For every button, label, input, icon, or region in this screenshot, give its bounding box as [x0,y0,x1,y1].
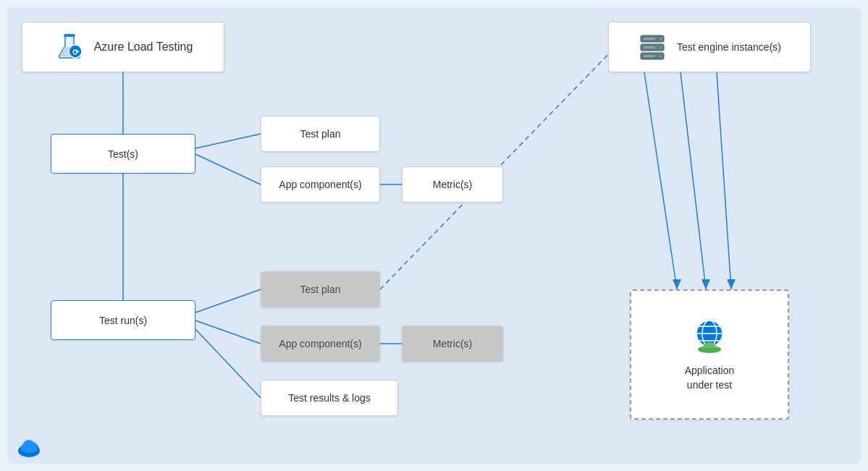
metrics-bottom-box: Metric(s) [402,326,503,362]
app-under-test-label: Applicationunder test [685,364,735,392]
test-plan-top-box: Test plan [261,116,380,152]
svg-point-22 [660,38,662,41]
metrics-top-label: Metric(s) [433,179,472,190]
svg-text:⟳: ⟳ [72,48,79,56]
metrics-bottom-label: Metric(s) [433,338,472,349]
app-component-top-label: App component(s) [279,179,361,190]
svg-rect-26 [644,46,655,48]
test-results-box: Test results & logs [261,380,398,416]
test-engine-icon [638,33,667,61]
azure-load-testing-icon: ⟳ [54,31,85,63]
test-engine-box: Test engine instance(s) [608,22,811,72]
svg-point-40 [28,442,38,452]
app-under-test-content: Applicationunder test [630,289,789,420]
test-engine-label: Test engine instance(s) [677,41,781,53]
azure-load-testing-label: Azure Load Testing [94,41,193,54]
svg-point-24 [660,55,662,58]
app-component-bottom-label: App component(s) [279,338,361,349]
test-plan-bottom-label: Test plan [300,284,340,295]
test-runs-label: Test run(s) [99,315,147,326]
test-plan-bottom-box: Test plan [261,271,380,307]
app-component-bottom-box: App component(s) [261,326,380,362]
svg-point-23 [660,46,662,49]
svg-rect-25 [644,38,655,40]
cloud-icon [16,438,42,458]
test-results-label: Test results & logs [288,392,371,404]
tests-label: Test(s) [108,148,138,160]
application-under-test-icon [689,316,730,357]
svg-rect-27 [644,55,655,57]
azure-load-testing-box: ⟳ Azure Load Testing [22,22,224,72]
metrics-top-box: Metric(s) [402,166,503,203]
test-plan-top-label: Test plan [300,128,340,140]
test-runs-box: Test run(s) [51,300,195,340]
tests-box: Test(s) [51,134,195,174]
svg-rect-16 [64,34,75,37]
app-component-top-box: App component(s) [261,166,380,203]
